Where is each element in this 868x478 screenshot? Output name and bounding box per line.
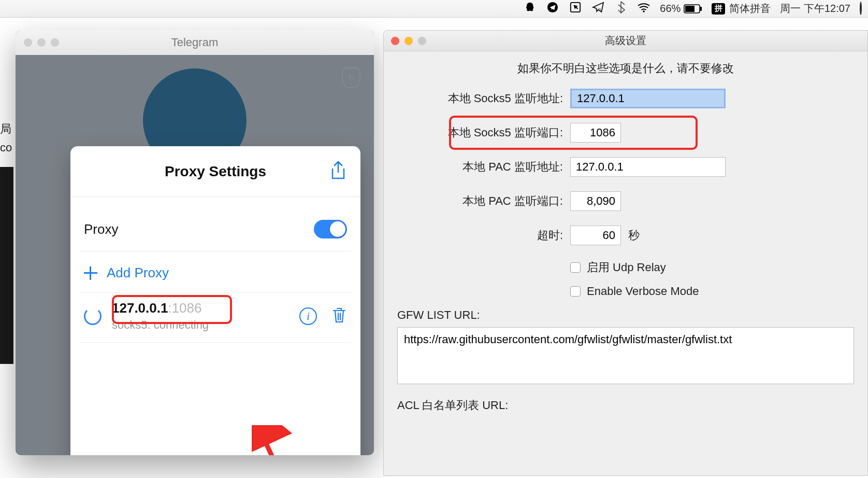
telegram-titlebar[interactable]: Telegram (16, 30, 374, 55)
bg-dark-block (0, 167, 13, 364)
timeout-unit: 秒 (628, 228, 640, 243)
proxy-status: socks5: connecting (112, 318, 299, 332)
timeout-row: 超时: 秒 (397, 226, 854, 245)
telegram-title: Telegram (16, 36, 374, 49)
svg-rect-5 (685, 6, 695, 12)
udp-relay-checkbox[interactable] (570, 262, 581, 273)
info-icon[interactable]: i (299, 307, 317, 325)
advanced-settings-window: 高级设置 如果你不明白这些选项是什么，请不要修改 本地 Socks5 监听地址:… (383, 30, 868, 476)
socks5-port-input[interactable] (570, 123, 621, 143)
wifi-icon[interactable] (637, 2, 650, 15)
pac-addr-label: 本地 PAC 监听地址: (397, 159, 563, 175)
input-method[interactable]: 拼 简体拼音 (712, 2, 771, 16)
qq-icon[interactable] (523, 2, 537, 16)
gfw-label: GFW LIST URL: (397, 308, 854, 322)
shield-icon[interactable]: ↻ (342, 67, 360, 88)
svg-text:G: G (598, 7, 601, 12)
ime-name-text: 简体拼音 (729, 2, 771, 16)
battery-percent-text: 66% (660, 3, 681, 15)
proxy-settings-card: Proxy Settings Proxy Add Proxy (70, 146, 360, 455)
bg-text-1: 局 (0, 119, 16, 139)
svg-rect-6 (700, 7, 702, 11)
proxy-label: Proxy (84, 221, 118, 237)
pac-port-label: 本地 PAC 监听端口: (397, 193, 563, 209)
socks5-port-label: 本地 Socks5 监听端口: (397, 125, 563, 140)
proxy-header: Proxy Settings (70, 146, 360, 197)
proxy-ip: 127.0.0.1 (112, 300, 168, 316)
proxy-port: :1086 (168, 300, 201, 316)
add-proxy-row[interactable]: Add Proxy (80, 251, 351, 293)
adv-warning-text: 如果你不明白这些选项是什么，请不要修改 (397, 61, 854, 76)
svg-point-3 (643, 10, 645, 12)
plus-icon (84, 266, 97, 280)
timeout-label: 超时: (397, 228, 563, 243)
bluetooth-icon[interactable] (614, 1, 628, 16)
pac-port-input[interactable] (570, 191, 621, 211)
battery-status[interactable]: 66% (660, 3, 702, 15)
adv-titlebar[interactable]: 高级设置 (384, 31, 867, 51)
telegram-menubar-icon[interactable] (546, 2, 559, 16)
telegram-window: Telegram ↻ Proxy Settings Proxy Add Prox… (16, 30, 374, 455)
verbose-row[interactable]: Enable Verbose Mode (570, 285, 854, 298)
verbose-label: Enable Verbose Mode (587, 285, 699, 298)
send-icon[interactable]: G (591, 2, 605, 16)
cursor-box-icon[interactable] (569, 2, 582, 16)
gfw-url-textarea[interactable] (397, 327, 854, 384)
svg-line-7 (261, 432, 298, 455)
background-window-strip: 局 co (0, 119, 16, 364)
share-icon[interactable] (329, 161, 347, 184)
pac-port-row: 本地 PAC 监听端口: (397, 191, 854, 211)
socks5-addr-row: 本地 Socks5 监听地址: (397, 89, 854, 108)
proxy-toggle-row: Proxy (80, 212, 351, 251)
annotation-red-arrow (252, 425, 309, 455)
pac-addr-input[interactable] (570, 157, 726, 177)
proxy-title: Proxy Settings (165, 163, 266, 180)
spotlight-icon[interactable] (860, 3, 862, 15)
udp-relay-row[interactable]: 启用 Udp Relay (570, 260, 854, 275)
connecting-spinner-icon (84, 307, 102, 325)
bg-text-2: co (0, 139, 16, 157)
socks5-addr-label: 本地 Socks5 监听地址: (397, 91, 563, 106)
socks5-addr-input[interactable] (570, 89, 726, 108)
udp-relay-label: 启用 Udp Relay (587, 260, 666, 275)
proxy-entry-text: 127.0.0.1:1086 socks5: connecting (112, 300, 299, 332)
pac-addr-row: 本地 PAC 监听地址: (397, 157, 854, 177)
proxy-switch[interactable] (314, 220, 347, 238)
socks5-port-row: 本地 Socks5 监听端口: (397, 123, 854, 143)
verbose-checkbox[interactable] (570, 286, 581, 297)
trash-icon[interactable] (331, 306, 347, 326)
acl-label: ACL 白名单列表 URL: (397, 398, 854, 413)
datetime-text[interactable]: 周一 下午12:07 (780, 2, 850, 16)
pinyin-badge-icon: 拼 (712, 3, 725, 15)
telegram-body: ↻ Proxy Settings Proxy Add Proxy (16, 55, 374, 455)
proxy-entry-row[interactable]: 127.0.0.1:1086 socks5: connecting i (80, 293, 351, 343)
adv-title: 高级设置 (384, 34, 867, 48)
add-proxy-label: Add Proxy (107, 265, 169, 281)
timeout-input[interactable] (570, 226, 621, 245)
macos-menubar: G 66% 拼 简体拼音 周一 下午12:07 (0, 0, 868, 18)
